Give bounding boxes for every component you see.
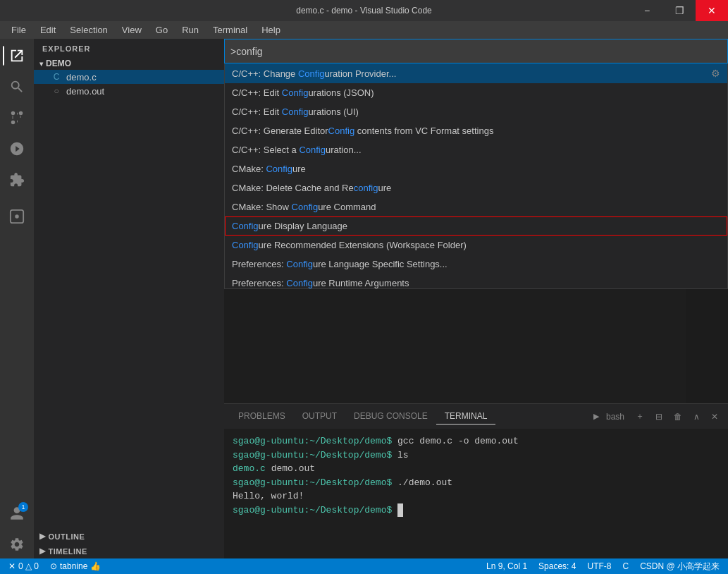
activity-search-icon[interactable] (3, 73, 31, 101)
menu-terminal[interactable]: Terminal (207, 23, 253, 37)
term-prompt-4: sgao@g-ubuntu:~/Desktop/demo$ (233, 505, 392, 515)
outline-arrow-icon: ▶ (39, 532, 46, 541)
cmd-item-cmake-delete-cache[interactable]: CMake: Delete Cache and Reconfigure (225, 178, 727, 197)
terminal-line-4: sgao@g-ubuntu:~/Desktop/demo$ ./demo.out (233, 476, 720, 490)
status-language[interactable]: C (619, 561, 631, 571)
status-tabnine[interactable]: ⊙ tabnine 👍 (47, 561, 104, 571)
cmd-item-label: Preferences: Configure Language Specific… (232, 259, 448, 269)
terminal-line-2: sgao@g-ubuntu:~/Desktop/demo$ ls (233, 448, 720, 463)
outline-header[interactable]: ▶ OUTLINE (34, 529, 224, 544)
sidebar-header: Explorer (34, 39, 224, 56)
cmd-item-configure-display-language[interactable]: Configure Display Language (225, 216, 727, 236)
status-position[interactable]: Ln 9, Col 1 (483, 561, 530, 571)
gear-icon: ⚙ (711, 68, 720, 79)
title-bar-title: demo.c - demo - Visual Studio Code (296, 6, 432, 16)
c-file-icon: C (51, 71, 62, 83)
file-item-demo-out[interactable]: ○ demo.out (34, 84, 224, 98)
cmd-item-edit-config-ui[interactable]: C/C++: Edit Configurations (UI) (225, 102, 727, 121)
timeline-label: TIMELINE (49, 547, 87, 556)
menu-edit[interactable]: Edit (35, 23, 61, 37)
activity-source-control-icon[interactable] (3, 104, 31, 132)
tab-output[interactable]: OUTPUT (294, 408, 345, 425)
close-button[interactable]: ✕ (696, 0, 728, 21)
cmd-item-label: C/C++: Edit Configurations (UI) (232, 106, 359, 117)
cmd-item-generate-editor-config[interactable]: C/C++: Generate EditorConfig contents fr… (225, 121, 727, 140)
activity-debug-icon[interactable] (3, 135, 31, 163)
highlight-text: Config (298, 68, 325, 79)
minimize-button[interactable]: − (631, 0, 663, 21)
timeline-header[interactable]: ▶ TIMELINE (34, 544, 224, 558)
title-bar-controls: − ❐ ✕ (631, 0, 728, 21)
menu-selection[interactable]: Selection (64, 23, 113, 37)
term-prompt-3: sgao@g-ubuntu:~/Desktop/demo$ (233, 477, 392, 488)
cmd-item-label: CMake: Configure (232, 164, 306, 174)
cmd-item-select-config[interactable]: C/C++: Select a Configuration... (225, 140, 727, 159)
menu-go[interactable]: Go (150, 23, 173, 37)
status-errors: 0 △ 0 (18, 561, 39, 571)
sidebar: Explorer ▾ DEMO C demo.c ○ demo.out ▶ OU… (34, 39, 224, 558)
menu-view[interactable]: View (116, 23, 147, 37)
tab-terminal[interactable]: TERMINAL (436, 408, 496, 425)
activity-extensions-icon[interactable] (3, 166, 31, 194)
activity-accounts-icon[interactable]: 1 (3, 499, 31, 527)
status-git[interactable]: ✕ 0 △ 0 (6, 561, 42, 571)
menu-run[interactable]: Run (176, 23, 204, 37)
activity-settings-icon[interactable] (3, 530, 31, 558)
highlight-text: Config (232, 240, 259, 250)
file-item-demo-c[interactable]: C demo.c (34, 70, 224, 84)
cmd-item-configure-recommended-extensions[interactable]: Configure Recommended Extensions (Worksp… (225, 236, 727, 255)
status-encoding[interactable]: UTF-8 (584, 561, 614, 571)
status-spaces[interactable]: Spaces: 4 (536, 561, 579, 571)
highlight-text: Config (286, 278, 313, 288)
tab-problems[interactable]: PROBLEMS (230, 408, 294, 425)
terminal-close-icon[interactable]: ✕ (707, 410, 722, 423)
command-palette-input[interactable] (230, 46, 722, 57)
terminal-delete-icon[interactable]: 🗑 (670, 410, 686, 423)
cmd-item-cmake-configure[interactable]: CMake: Configure (225, 159, 727, 178)
cmd-item-label: CMake: Show Configure Command (232, 202, 376, 212)
explorer-section: ▾ DEMO C demo.c ○ demo.out (34, 56, 224, 99)
cmd-item-label: Configure Recommended Extensions (Worksp… (232, 240, 467, 250)
terminal-add-button[interactable]: ＋ (631, 409, 648, 424)
cmd-item-label: C/C++: Select a Configuration... (232, 145, 362, 155)
terminal-tabs: PROBLEMS OUTPUT DEBUG CONSOLE TERMINAL ▶… (224, 404, 728, 429)
cmd-item-edit-config-json[interactable]: C/C++: Edit Configurations (JSON) (225, 83, 727, 102)
main-layout: 1 Explorer ▾ DEMO C demo.c ○ demo.out ▶ (0, 39, 728, 558)
cmd-item-preferences-runtime-arguments[interactable]: Preferences: Configure Runtime Arguments (225, 274, 727, 289)
restore-button[interactable]: ❐ (663, 0, 696, 21)
activity-explorer-icon[interactable] (3, 42, 31, 70)
terminal-controls: ▶ bash ＋ ⊟ 🗑 ∧ ✕ (593, 409, 722, 424)
cmd-item-cmake-show-configure[interactable]: CMake: Show Configure Command (225, 197, 727, 216)
menu-help[interactable]: Help (256, 23, 286, 37)
terminal-collapse-icon[interactable]: ∧ (689, 410, 704, 423)
cmd-item-preferences-language-specific[interactable]: Preferences: Configure Language Specific… (225, 255, 727, 274)
cmd-item-label: CMake: Delete Cache and Reconfigure (232, 183, 391, 193)
cmd-item-change-config-provider[interactable]: C/C++: Change Configuration Provider... … (225, 63, 727, 83)
timeline-arrow-icon: ▶ (39, 546, 46, 556)
command-dropdown: C/C++: Change Configuration Provider... … (224, 63, 728, 289)
terminal-shell-icon: ▶ (593, 412, 599, 421)
activity-remote-icon[interactable] (3, 202, 31, 231)
term-prompt-2: sgao@g-ubuntu:~/Desktop/demo$ (233, 450, 392, 460)
cmd-item-label: Preferences: Configure Runtime Arguments (232, 278, 409, 288)
sidebar-bottom: ▶ OUTLINE ▶ TIMELINE (34, 529, 224, 558)
tabnine-label: tabnine 👍 (60, 561, 101, 571)
menu-bar: File Edit Selection View Go Run Terminal… (0, 21, 728, 39)
highlight-text: Config (282, 87, 309, 98)
demo-section-header[interactable]: ▾ DEMO (34, 57, 224, 70)
out-file-icon: ○ (51, 85, 62, 97)
cmd-item-label: C/C++: Change Configuration Provider... (232, 68, 396, 79)
cmd-item-label: C/C++: Generate EditorConfig contents fr… (232, 126, 493, 136)
terminal-line-1: sgao@g-ubuntu:~/Desktop/demo$ gcc demo.c… (233, 434, 720, 448)
section-arrow-icon: ▾ (39, 60, 43, 68)
term-cmd-3: ./demo.out (397, 477, 452, 488)
status-feedback[interactable]: CSDN @ 小高学起来 (637, 561, 722, 573)
terminal-shell-label[interactable]: bash (602, 410, 629, 423)
term-output-hello: Hello, world! (233, 491, 304, 501)
menu-file[interactable]: File (6, 23, 32, 37)
term-cmd-1: gcc demo.c -o demo.out (397, 436, 519, 446)
highlight-text: Config (299, 145, 326, 155)
outline-label: OUTLINE (49, 532, 85, 541)
tab-debug-console[interactable]: DEBUG CONSOLE (345, 408, 436, 425)
terminal-split-icon[interactable]: ⊟ (651, 410, 667, 423)
